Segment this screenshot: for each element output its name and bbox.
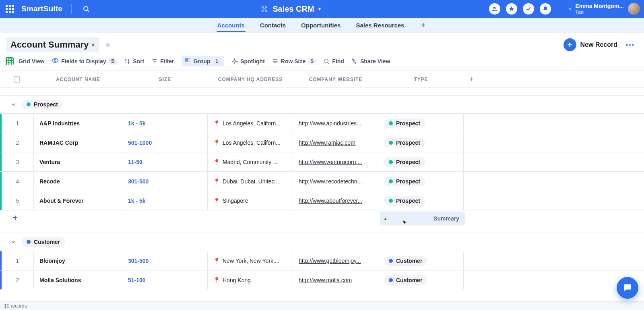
svg-rect-8	[186, 60, 188, 62]
bell-icon[interactable]	[540, 3, 551, 15]
grid-icon	[6, 57, 14, 65]
column-header-size[interactable]: SIZE	[122, 77, 208, 82]
spotlight-button[interactable]: Spotlight	[231, 58, 265, 64]
table-row[interactable]: 4Recode301-500📍Dubai, Dubai, United ...h…	[0, 171, 644, 191]
table-row[interactable]: 3Ventura11-50📍Madrid, Community ...http:…	[0, 152, 644, 171]
share-view-button[interactable]: Share View	[351, 58, 390, 64]
members-icon[interactable]	[489, 3, 500, 15]
cell-hq[interactable]: 📍New York, New York,...	[208, 251, 293, 270]
cell-website[interactable]: http://www.venturacorp....	[293, 152, 378, 171]
filter-button[interactable]: Filter	[151, 58, 174, 64]
table-body[interactable]: Prospect1A&P Industries1k - 5k📍Los Angel…	[0, 88, 644, 310]
tab-accounts[interactable]: Accounts	[217, 19, 246, 32]
chat-fab[interactable]	[617, 277, 638, 299]
apps-icon[interactable]	[4, 3, 16, 15]
brand-logo[interactable]: SmartSuite	[21, 4, 62, 13]
tab-opportunities[interactable]: Opportunities	[300, 19, 341, 32]
cell-type[interactable]: Prospect	[378, 191, 464, 210]
add-row[interactable]: +	[0, 210, 644, 225]
grid-view-toggle[interactable]: Grid View	[6, 57, 44, 65]
add-tab-button[interactable]: +	[419, 21, 427, 30]
row-index[interactable]: 1	[2, 251, 34, 270]
row-index[interactable]: 1	[2, 114, 34, 133]
tab-contacts[interactable]: Contacts	[259, 19, 287, 32]
cell-account-name[interactable]: Bloomjoy	[34, 251, 122, 270]
cell-type[interactable]: Prospect	[378, 133, 464, 152]
cell-account-name[interactable]: Recode	[34, 172, 122, 191]
avatar[interactable]	[628, 3, 640, 15]
cell-type[interactable]: Customer	[378, 270, 464, 289]
group-block: Prospect1A&P Industries1k - 5k📍Los Angel…	[0, 95, 644, 225]
group-header[interactable]: Customer	[0, 233, 644, 251]
view-name-dropdown[interactable]: Account Summary ▾	[6, 37, 99, 52]
user-sub: Test	[575, 10, 624, 15]
cell-account-name[interactable]: Ventura	[34, 152, 122, 171]
group-button[interactable]: Group 1	[182, 56, 225, 67]
summary-cell[interactable]: ▴ Summary	[380, 212, 465, 225]
row-index[interactable]: 2	[2, 133, 34, 152]
cell-size[interactable]: 1k - 5k	[122, 114, 208, 133]
cell-account-name[interactable]: A&P Industries	[34, 114, 122, 133]
favorite-star-icon[interactable]: ★	[104, 40, 111, 50]
column-header-name[interactable]: ACCOUNT NAME	[34, 77, 122, 82]
column-header-web[interactable]: COMPANY WEBSITE	[293, 77, 378, 82]
search-icon[interactable]	[80, 3, 92, 15]
row-index[interactable]: 4	[2, 172, 34, 191]
cell-hq[interactable]: 📍Los Angeles, Californ...	[208, 114, 293, 133]
more-menu-icon[interactable]: ⋯	[622, 40, 638, 50]
cell-size[interactable]: 11-50	[122, 152, 208, 171]
row-index[interactable]: 5	[2, 191, 34, 210]
cell-size[interactable]: 501-1000	[122, 133, 208, 152]
cell-type[interactable]: Prospect	[378, 172, 464, 191]
cell-hq[interactable]: 📍Hong Kong	[208, 270, 293, 289]
status-dot	[389, 278, 393, 282]
check-icon[interactable]	[523, 3, 534, 15]
cell-website[interactable]: http://www.aboutforever...	[293, 191, 378, 210]
cell-hq[interactable]: 📍Singapore	[208, 191, 293, 210]
cell-hq[interactable]: 📍Los Angeles, Californ...	[208, 133, 293, 152]
cell-account-name[interactable]: Molla Solutions	[34, 270, 122, 289]
cell-size[interactable]: 51-100	[122, 270, 208, 289]
cell-type[interactable]: Prospect	[378, 114, 464, 133]
row-size-button[interactable]: Row Size S	[272, 58, 316, 64]
tab-sales-resources[interactable]: Sales Resources	[355, 19, 405, 32]
table-row[interactable]: 2Molla Solutions51-100📍Hong Konghttp://w…	[0, 270, 644, 289]
cell-account-name[interactable]: About & Forever	[34, 191, 122, 210]
column-headers: ACCOUNT NAME SIZE COMPANY HQ ADDRESS COM…	[0, 71, 644, 88]
chevron-down-icon[interactable]: ▾	[318, 6, 321, 12]
table-row[interactable]: 1A&P Industries1k - 5k📍Los Angeles, Cali…	[0, 113, 644, 133]
cell-size[interactable]: 1k - 5k	[122, 191, 208, 210]
fields-to-display-button[interactable]: Fields to Display 5	[52, 57, 117, 65]
table-row[interactable]: 2RAMJAC Corp501-1000📍Los Angeles, Califo…	[0, 133, 644, 152]
column-header-hq[interactable]: COMPANY HQ ADDRESS	[208, 77, 293, 82]
cell-website[interactable]: http://www.recodetechn...	[293, 172, 378, 191]
cell-hq[interactable]: 📍Madrid, Community ...	[208, 152, 293, 171]
row-index[interactable]: 2	[2, 270, 34, 289]
cell-website[interactable]: http://www.ramjac.com	[293, 133, 378, 152]
solution-name[interactable]: Sales CRM	[272, 4, 314, 14]
cell-size[interactable]: 301-500	[122, 172, 208, 191]
row-index[interactable]: 3	[2, 152, 34, 171]
status-dot	[389, 259, 393, 263]
sort-button[interactable]: Sort	[124, 58, 144, 64]
column-header-type[interactable]: TYPE	[378, 77, 464, 82]
find-button[interactable]: Find	[323, 58, 344, 64]
select-all-checkbox[interactable]	[14, 76, 20, 83]
cell-website[interactable]: http://www.apindustries...	[293, 114, 378, 133]
table-row[interactable]: 5About & Forever1k - 5k📍Singaporehttp://…	[0, 191, 644, 210]
cell-type[interactable]: Customer	[378, 251, 464, 270]
cell-website[interactable]: http://www.molla.com	[293, 270, 378, 289]
user-menu[interactable]: ▾ Emma Montgom... Test	[569, 3, 640, 15]
table-row[interactable]: 1Bloomjoy301-500📍New York, New York,...h…	[0, 251, 644, 270]
cell-website[interactable]: http://www.getbloomjoy...	[293, 251, 378, 270]
svg-line-1	[88, 10, 89, 11]
cell-hq[interactable]: 📍Dubai, Dubai, United ...	[208, 172, 293, 191]
new-record-button[interactable]: + New Record	[564, 38, 617, 51]
add-column-button[interactable]: +	[464, 75, 480, 83]
group-header[interactable]: Prospect	[0, 96, 644, 113]
star-icon[interactable]	[506, 3, 517, 15]
cell-size[interactable]: 301-500	[122, 251, 208, 270]
cell-type[interactable]: Prospect	[378, 152, 464, 171]
fields-label: Fields to Display	[61, 58, 106, 64]
cell-account-name[interactable]: RAMJAC Corp	[34, 133, 122, 152]
